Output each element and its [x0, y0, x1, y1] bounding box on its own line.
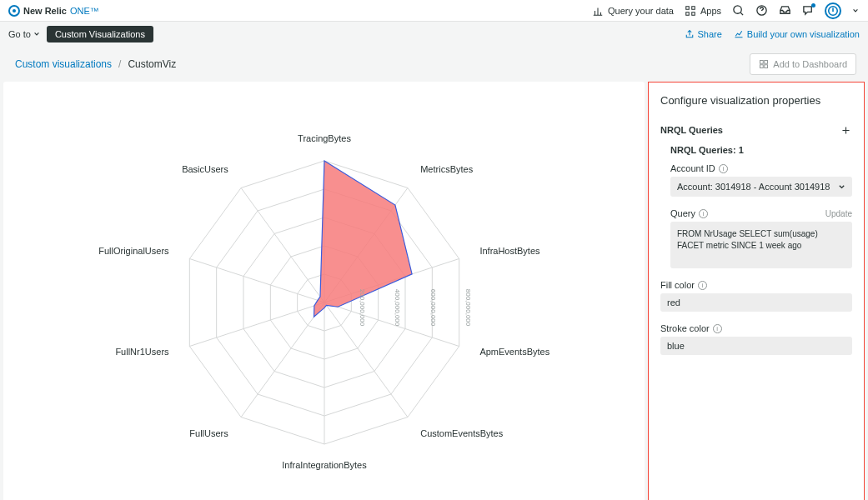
nrql-count: NRQL Queries: 1	[670, 145, 852, 155]
svg-text:TracingBytes: TracingBytes	[298, 133, 351, 143]
add-query-icon[interactable]	[839, 123, 852, 137]
fill-color-input[interactable]: red	[660, 293, 852, 312]
apps-grid-icon	[684, 4, 697, 18]
dashboard-icon	[759, 59, 769, 69]
user-avatar-button[interactable]	[825, 2, 841, 19]
app-subbar: Go to Custom Visualizations Share Build …	[0, 22, 868, 47]
nrql-section-header: NRQL Queries	[660, 123, 852, 137]
svg-line-17	[324, 302, 459, 347]
svg-text:MetricsBytes: MetricsBytes	[420, 164, 473, 174]
stroke-color-group: Stroke color i blue	[660, 323, 852, 355]
svg-line-27	[189, 258, 324, 302]
chart-line-icon	[734, 29, 744, 39]
query-your-data-link[interactable]: Query your data	[591, 4, 674, 18]
query-update-link[interactable]: Update	[825, 209, 852, 218]
info-icon[interactable]: i	[699, 209, 708, 218]
svg-text:800,000,000: 800,000,000	[464, 289, 472, 327]
svg-text:InfraHostBytes: InfraHostBytes	[479, 246, 540, 256]
svg-line-29	[241, 188, 324, 302]
svg-text:200,000,000: 200,000,000	[358, 289, 365, 327]
svg-text:FullNr1Users: FullNr1Users	[115, 347, 169, 357]
svg-text:400,000,000: 400,000,000	[394, 289, 401, 327]
svg-text:BasicUsers: BasicUsers	[182, 164, 228, 174]
share-link[interactable]: Share	[685, 29, 722, 39]
info-icon[interactable]: i	[698, 281, 707, 290]
svg-rect-9	[760, 65, 764, 68]
config-title: Configure visualization properties	[660, 94, 852, 107]
fill-color-label: Fill color	[660, 280, 695, 290]
account-select[interactable]: Account: 3014918 - Account 3014918	[670, 177, 852, 197]
svg-rect-2	[686, 12, 690, 15]
svg-line-23	[241, 302, 324, 418]
svg-point-4	[733, 6, 740, 13]
svg-text:InfraIntegrationBytes: InfraIntegrationBytes	[282, 460, 367, 470]
fill-color-group: Fill color i red	[660, 280, 852, 312]
svg-rect-0	[686, 6, 690, 9]
breadcrumb-current: CustomViz	[128, 58, 176, 70]
brand-logo-icon	[8, 5, 20, 17]
query-label: Query	[670, 208, 695, 218]
help-icon[interactable]	[755, 4, 768, 18]
query-group: Query i Update FROM NrUsage SELECT sum(u…	[670, 208, 852, 268]
global-topbar: New Relic ONE™ Query your data Apps	[0, 0, 868, 22]
info-icon[interactable]: i	[713, 324, 722, 333]
breadcrumb-row: Custom visualizations / CustomViz Add to…	[0, 47, 868, 82]
info-icon[interactable]: i	[719, 164, 728, 173]
svg-text:600,000,000: 600,000,000	[429, 289, 436, 327]
add-to-dashboard-button[interactable]: Add to Dashboard	[750, 53, 856, 75]
goto-dropdown[interactable]: Go to	[8, 29, 40, 39]
svg-rect-10	[765, 65, 768, 68]
breadcrumb-sep: /	[112, 58, 128, 70]
chevron-down-icon	[838, 183, 845, 191]
brand-suffix: ONE™	[70, 6, 99, 16]
radar-chart: TracingBytesMetricsBytesInfraHostBytesAp…	[91, 102, 558, 486]
chevron-down-icon[interactable]	[851, 4, 860, 18]
breadcrumb-root[interactable]: Custom visualizations	[15, 58, 112, 70]
svg-text:FullOriginalUsers: FullOriginalUsers	[98, 246, 169, 256]
apps-link[interactable]: Apps	[684, 4, 721, 18]
svg-text:CustomEventsBytes: CustomEventsBytes	[420, 428, 504, 438]
account-id-group: Account ID i Account: 3014918 - Account …	[670, 163, 852, 197]
svg-text:ApmEventsBytes: ApmEventsBytes	[479, 347, 549, 357]
svg-rect-3	[692, 12, 695, 15]
custom-visualizations-pill[interactable]: Custom Visualizations	[47, 26, 153, 42]
brand-prefix: New Relic	[23, 6, 67, 16]
inbox-icon[interactable]	[778, 4, 791, 18]
svg-rect-1	[692, 6, 695, 9]
main-area: TracingBytesMetricsBytesInfraHostBytesAp…	[0, 82, 868, 500]
build-own-viz-link[interactable]: Build your own visualization	[734, 29, 860, 39]
visualization-panel: TracingBytesMetricsBytesInfraHostBytesAp…	[3, 82, 645, 500]
share-icon	[685, 29, 695, 39]
brand: New Relic ONE™	[8, 5, 99, 17]
stroke-color-input[interactable]: blue	[660, 337, 852, 355]
svg-rect-8	[765, 61, 768, 64]
svg-rect-7	[760, 61, 764, 64]
account-id-label: Account ID	[670, 163, 715, 173]
search-icon[interactable]	[731, 4, 745, 18]
stroke-color-label: Stroke color	[660, 323, 710, 333]
config-panel: Configure visualization properties NRQL …	[648, 82, 865, 500]
svg-text:FullUsers: FullUsers	[189, 428, 228, 438]
query-textarea[interactable]: FROM NrUsage SELECT sum(usage) FACET met…	[670, 222, 852, 268]
chart-bar-icon	[591, 4, 605, 18]
svg-line-25	[189, 302, 324, 347]
feedback-icon[interactable]	[801, 4, 815, 18]
